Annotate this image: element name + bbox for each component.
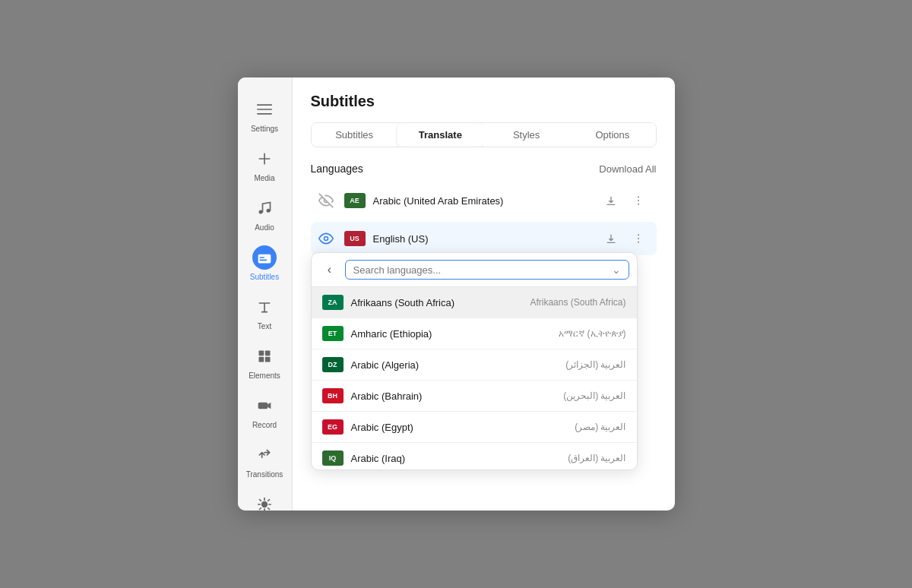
tab-translate[interactable]: Translate bbox=[397, 123, 483, 147]
menu-icon bbox=[252, 97, 277, 122]
list-item-za[interactable]: ZA Afrikaans (South Africa) Afrikaans (S… bbox=[312, 287, 637, 318]
sidebar-audio-label: Audio bbox=[255, 223, 274, 232]
list-native-et: አማርኛ (ኢትዮጵያ) bbox=[559, 328, 625, 339]
more-us-button[interactable] bbox=[628, 228, 649, 249]
tab-subtitles[interactable]: Subtitles bbox=[312, 123, 397, 147]
svg-rect-6 bbox=[259, 257, 264, 258]
svg-rect-12 bbox=[258, 403, 268, 409]
flag-et: ET bbox=[322, 326, 344, 341]
music-icon bbox=[252, 196, 277, 220]
list-native-iq: العربية (العراق) bbox=[568, 453, 625, 463]
language-row-ae: AE Arabic (United Arab Emirates) bbox=[311, 184, 657, 217]
list-native-za: Afrikaans (South Africa) bbox=[530, 297, 625, 308]
svg-rect-8 bbox=[259, 351, 264, 356]
svg-rect-7 bbox=[259, 260, 267, 261]
language-search-dropdown: ‹ ⌄ ZA Afrikaans (South Africa) Afrikaan… bbox=[311, 252, 638, 470]
elements-icon bbox=[252, 344, 277, 368]
sidebar: Settings Media Audio Subtitles Text bbox=[238, 77, 293, 511]
list-item-dz[interactable]: DZ Arabic (Algeria) العربية (الجزائر) bbox=[312, 349, 637, 381]
sidebar-elements-label: Elements bbox=[249, 371, 280, 380]
svg-point-19 bbox=[638, 238, 639, 239]
svg-rect-11 bbox=[265, 357, 271, 362]
list-name-et: Amharic (Ethiopia) bbox=[351, 328, 552, 340]
svg-point-18 bbox=[638, 234, 639, 236]
svg-rect-9 bbox=[265, 351, 271, 356]
list-native-dz: العربية (الجزائر) bbox=[565, 359, 625, 370]
list-item-iq[interactable]: IQ Arabic (Iraq) العربية (العراق) bbox=[312, 443, 637, 469]
search-input-wrap: ⌄ bbox=[345, 260, 629, 280]
download-ae-button[interactable] bbox=[600, 190, 622, 211]
lang-name-us: English (US) bbox=[373, 233, 593, 245]
tab-bar: Subtitles Translate Styles Options bbox=[311, 122, 657, 147]
subtitles-icon bbox=[252, 245, 277, 270]
sidebar-item-filters[interactable]: Filters bbox=[238, 485, 292, 511]
sidebar-item-media[interactable]: Media bbox=[238, 139, 292, 188]
list-name-za: Afrikaans (South Africa) bbox=[351, 297, 523, 308]
eye-visible-icon bbox=[318, 231, 334, 246]
transitions-icon bbox=[252, 443, 277, 467]
sidebar-item-transitions[interactable]: Transitions bbox=[238, 435, 292, 485]
languages-title: Languages bbox=[311, 163, 363, 175]
plus-icon bbox=[252, 147, 277, 171]
sidebar-text-label: Text bbox=[258, 322, 271, 330]
list-native-bh: العربية (البحرين) bbox=[563, 390, 625, 401]
svg-rect-10 bbox=[259, 357, 264, 362]
download-us-button[interactable] bbox=[600, 228, 622, 249]
list-item-bh[interactable]: BH Arabic (Bahrain) العربية (البحرين) bbox=[312, 381, 637, 412]
main-content: Subtitles Subtitles Translate Styles Opt… bbox=[293, 77, 675, 511]
flag-eg: EG bbox=[322, 419, 344, 435]
flag-bh: BH bbox=[322, 388, 344, 403]
svg-point-20 bbox=[638, 242, 639, 243]
svg-point-13 bbox=[261, 501, 268, 507]
sidebar-media-label: Media bbox=[254, 174, 274, 182]
list-name-eg: Arabic (Egypt) bbox=[351, 422, 568, 433]
sidebar-item-audio[interactable]: Audio bbox=[238, 188, 292, 238]
sidebar-item-subtitles[interactable]: Subtitles bbox=[238, 238, 292, 287]
svg-rect-1 bbox=[257, 109, 272, 110]
svg-point-3 bbox=[259, 210, 263, 214]
svg-point-15 bbox=[638, 200, 639, 201]
more-ae-button[interactable] bbox=[628, 190, 649, 211]
svg-rect-0 bbox=[257, 104, 272, 106]
search-input[interactable] bbox=[353, 264, 607, 276]
language-list: ZA Afrikaans (South Africa) Afrikaans (S… bbox=[312, 287, 637, 469]
svg-point-4 bbox=[267, 209, 271, 213]
list-name-dz: Arabic (Algeria) bbox=[351, 359, 559, 371]
flag-za: ZA bbox=[322, 295, 344, 310]
sidebar-record-label: Record bbox=[252, 421, 277, 429]
back-button[interactable]: ‹ bbox=[319, 259, 340, 280]
sidebar-item-settings[interactable]: Settings bbox=[238, 90, 292, 139]
lang-actions-ae bbox=[600, 190, 649, 211]
sidebar-settings-label: Settings bbox=[251, 125, 278, 133]
sidebar-subtitles-label: Subtitles bbox=[250, 273, 279, 281]
sidebar-item-elements[interactable]: Elements bbox=[238, 337, 292, 386]
list-name-iq: Arabic (Iraq) bbox=[351, 453, 561, 464]
lang-name-ae: Arabic (United Arab Emirates) bbox=[373, 195, 593, 207]
dropdown-arrow-icon: ⌄ bbox=[612, 264, 621, 276]
sidebar-transitions-label: Transitions bbox=[246, 470, 283, 479]
download-all-button[interactable]: Download All bbox=[599, 163, 656, 175]
list-item-et[interactable]: ET Amharic (Ethiopia) አማርኛ (ኢትዮጵያ) bbox=[312, 318, 637, 349]
flag-us: US bbox=[344, 231, 366, 246]
record-icon bbox=[252, 394, 277, 418]
flag-iq: IQ bbox=[322, 450, 344, 466]
languages-header: Languages Download All bbox=[311, 163, 657, 175]
tab-styles[interactable]: Styles bbox=[483, 123, 569, 147]
flag-ae: AE bbox=[344, 193, 366, 208]
svg-rect-5 bbox=[258, 254, 271, 264]
search-row: ‹ ⌄ bbox=[312, 253, 637, 287]
svg-point-14 bbox=[638, 196, 639, 198]
svg-rect-2 bbox=[257, 113, 272, 115]
filters-icon bbox=[252, 492, 277, 511]
list-native-eg: العربية (مصر) bbox=[575, 422, 625, 432]
lang-actions-us bbox=[600, 228, 649, 249]
tab-options[interactable]: Options bbox=[569, 123, 655, 147]
list-item-eg[interactable]: EG Arabic (Egypt) العربية (مصر) bbox=[312, 412, 637, 443]
sidebar-item-text[interactable]: Text bbox=[238, 287, 292, 337]
page-title: Subtitles bbox=[311, 93, 657, 110]
svg-point-17 bbox=[324, 237, 328, 241]
sidebar-item-record[interactable]: Record bbox=[238, 386, 292, 435]
list-name-bh: Arabic (Bahrain) bbox=[351, 390, 556, 402]
svg-point-16 bbox=[638, 204, 639, 205]
language-row-us: US English (US) bbox=[311, 222, 657, 255]
